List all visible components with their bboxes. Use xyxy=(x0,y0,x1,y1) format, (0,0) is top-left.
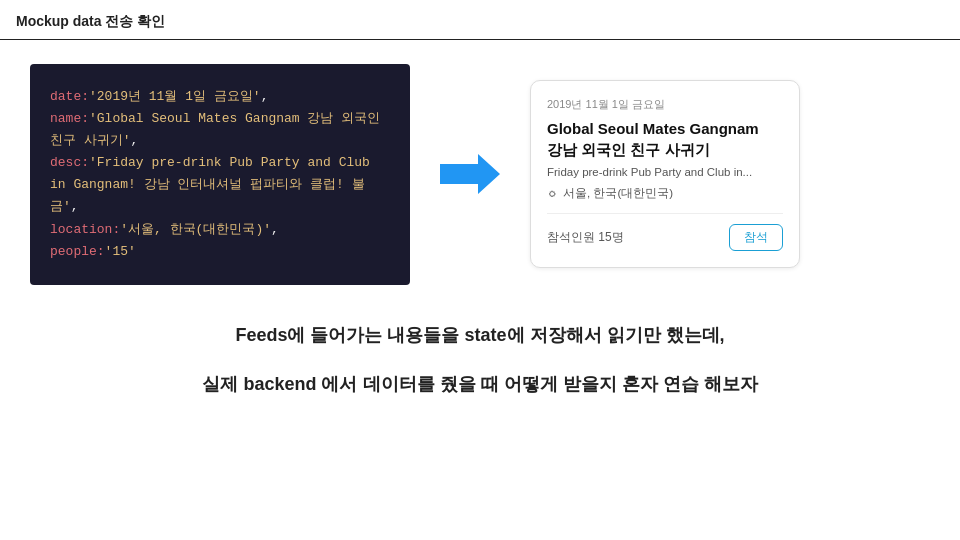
card-footer: 참석인원 15명 참석 xyxy=(547,213,783,251)
text-section: Feeds에 들어가는 내용들을 state에 저장해서 읽기만 했는데, 실제… xyxy=(30,321,930,399)
arrow-container xyxy=(440,154,500,194)
code-key-date: date: xyxy=(50,89,89,104)
code-line-people: people:'15' xyxy=(50,241,390,263)
location-icon: ⭘ xyxy=(547,187,559,201)
code-line-desc: desc:'Friday pre-drink Pub Party and Clu… xyxy=(50,152,390,218)
card-title-line1: Global Seoul Mates Gangnam xyxy=(547,120,759,137)
card-date: 2019년 11월 1일 금요일 xyxy=(547,97,783,112)
code-line-date: date:'2019년 11월 1일 금요일', xyxy=(50,86,390,108)
code-val-date: '2019년 11월 1일 금요일' xyxy=(89,89,261,104)
event-card: 2019년 11월 1일 금요일 Global Seoul Mates Gang… xyxy=(530,80,800,268)
card-title-line2: 강남 외국인 친구 사귀기 xyxy=(547,141,710,158)
card-location-text: 서울, 한국(대한민국) xyxy=(563,186,673,201)
card-title: Global Seoul Mates Gangnam 강남 외국인 친구 사귀기 xyxy=(547,118,783,160)
card-location: ⭘ 서울, 한국(대한민국) xyxy=(547,186,783,201)
code-line-location: location:'서울, 한국(대한민국)', xyxy=(50,219,390,241)
code-val-location: '서울, 한국(대한민국)' xyxy=(120,222,271,237)
code-key-people: people: xyxy=(50,244,105,259)
text-line-1: Feeds에 들어가는 내용들을 state에 저장해서 읽기만 했는데, xyxy=(30,321,930,350)
page-header: Mockup data 전송 확인 xyxy=(0,0,960,40)
code-key-location: location: xyxy=(50,222,120,237)
text-line-2: 실제 backend 에서 데이터를 줬을 때 어떻게 받을지 혼자 연습 해보… xyxy=(30,370,930,399)
code-key-name: name: xyxy=(50,111,89,126)
arrow-icon xyxy=(440,154,500,194)
card-desc: Friday pre-drink Pub Party and Club in..… xyxy=(547,166,783,178)
code-block: date:'2019년 11월 1일 금요일', name:'Global Se… xyxy=(30,64,410,285)
main-content: date:'2019년 11월 1일 금요일', name:'Global Se… xyxy=(0,40,960,442)
code-val-name: 'Global Seoul Mates Gangnam 강남 외국인 친구 사귀… xyxy=(50,111,380,148)
card-people-count: 참석인원 15명 xyxy=(547,229,624,246)
middle-section: date:'2019년 11월 1일 금요일', name:'Global Se… xyxy=(30,64,930,285)
card-join-button[interactable]: 참석 xyxy=(729,224,783,251)
code-val-people: '15' xyxy=(105,244,136,259)
page-title: Mockup data 전송 확인 xyxy=(16,13,165,29)
code-val-desc: 'Friday pre-drink Pub Party and Club in … xyxy=(50,155,370,214)
svg-marker-0 xyxy=(440,154,500,194)
code-line-name: name:'Global Seoul Mates Gangnam 강남 외국인 … xyxy=(50,108,390,152)
code-key-desc: desc: xyxy=(50,155,89,170)
